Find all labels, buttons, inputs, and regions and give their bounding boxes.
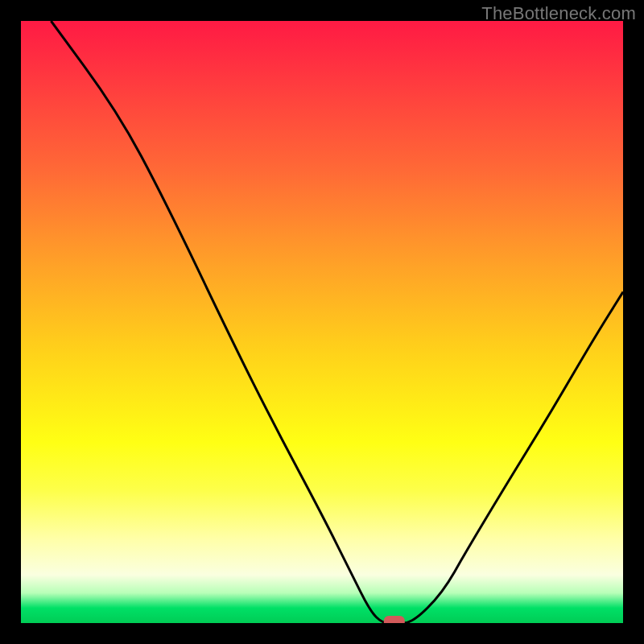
watermark-text: TheBottleneck.com <box>481 3 636 24</box>
plot-area <box>21 21 623 623</box>
chart-frame: TheBottleneck.com <box>0 0 644 644</box>
marker-icon <box>384 616 405 623</box>
bottleneck-curve <box>51 21 623 623</box>
bottleneck-curve-svg <box>21 21 623 623</box>
